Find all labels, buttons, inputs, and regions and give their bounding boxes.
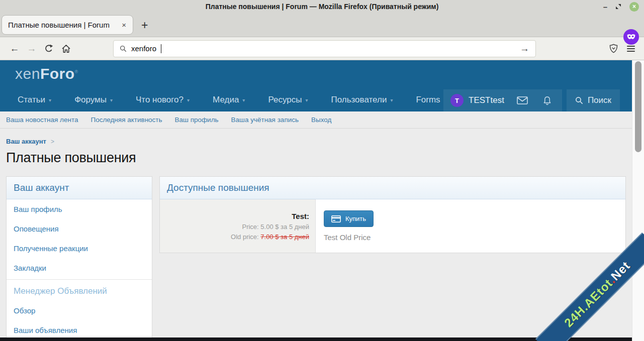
sidebar-item-alerts[interactable]: Оповещения [7,219,152,239]
private-mask-icon [626,34,636,40]
account-sidebar: Ваш аккаунт Ваш профиль Оповещения Получ… [6,176,152,341]
footer-dark-bar [0,337,632,341]
maximize-icon [615,4,621,10]
subnav-your-profile[interactable]: Ваш профиль [175,116,219,124]
chevron-down-icon: ▾ [110,97,113,103]
subnav-latest-activity[interactable]: Последняя активность [90,116,162,124]
chevron-down-icon: ▾ [49,97,51,103]
xenforo-logo[interactable]: xenForo® [15,65,78,82]
window-titlebar: Платные повышения | Forum — Mozilla Fire… [0,0,644,13]
shield-icon[interactable] [609,44,618,53]
nav-item-whats-new[interactable]: Что нового?▾ [136,95,190,105]
search-icon [575,96,583,104]
upgrade-name: Test: [292,212,309,220]
breadcrumb: Ваш аккаунт > [6,138,626,145]
forum-subnav: Ваша новостная лента Последняя активност… [0,111,632,129]
menu-button[interactable] [627,46,635,52]
upgrade-old-price: Old price: 7.00 $ за 5 дней [231,233,309,241]
forward-button[interactable]: → [23,41,40,57]
go-arrow-button[interactable]: → [520,43,529,54]
panel-title: Доступные повышения [160,177,625,199]
available-upgrades-panel: Доступные повышения Test: Price: 5.00 $ … [159,176,626,253]
inbox-button[interactable] [509,89,535,111]
search-label: Поиск [588,95,611,105]
logo-mark: ® [75,69,78,74]
buy-button-label: Купить [345,215,366,222]
subnav-logout[interactable]: Выход [311,116,331,124]
reload-button[interactable] [40,41,57,57]
reload-icon [44,44,53,53]
chevron-down-icon: ▾ [390,97,393,103]
buy-button[interactable]: Купить [324,210,374,227]
scrollbar-thumb[interactable] [635,61,641,152]
chevron-down-icon: ▾ [187,97,190,103]
tab-close-icon[interactable]: × [120,21,128,29]
upgrade-price: Price: 5.00 $ за 5 дней [242,223,309,231]
nav-item-forms[interactable]: Forms [416,95,440,105]
breadcrumb-chevron-icon: > [51,138,54,145]
browser-tab[interactable]: Платные повышения | Forum × [2,15,133,35]
old-price-strikethrough: 7.00 $ за 5 дней [260,233,309,241]
avatar[interactable]: T [450,94,464,107]
chevron-down-icon: ▾ [305,97,308,103]
browser-toolbar: ← → xenforo → [0,37,644,60]
header-account-area: T TESTtest [443,89,620,111]
nav-item-forums[interactable]: Форумы▾ [74,95,113,105]
close-button[interactable]: × [629,2,639,12]
nav-item-articles[interactable]: Статьи▾ [18,95,51,105]
new-tab-button[interactable]: + [141,20,148,31]
content-columns: Ваш аккаунт Ваш профиль Оповещения Получ… [6,176,626,341]
page-body: Ваш аккаунт > Платные повышения Ваш акка… [0,129,632,341]
sidebar-title: Ваш аккаунт [7,177,152,199]
url-bar[interactable]: xenforo → [113,40,536,57]
upgrade-purchase-cell: Купить Test Old Price [316,199,625,253]
alerts-button[interactable] [535,89,559,111]
forum-header: xenForo® Статьи▾ Форумы▾ Что нового?▾ Ме… [0,60,632,111]
forum-nav: Статьи▾ Форумы▾ Что нового?▾ Медиа▾ Ресу… [0,88,440,111]
tab-strip: Платные повышения | Forum × + [0,13,644,37]
sidebar-item-bookmarks[interactable]: Закладки [7,258,152,278]
subnav-news-feed[interactable]: Ваша новостная лента [6,116,78,124]
page-title: Платные повышения [6,150,626,166]
sidebar-item-overview[interactable]: Обзор [7,301,152,320]
envelope-icon [517,96,528,104]
toolbar-right [609,44,638,53]
scrollbar-track [632,60,644,341]
maximize-button[interactable] [615,4,621,10]
back-button[interactable]: ← [6,41,23,57]
home-icon [61,44,71,53]
private-browsing-badge [623,29,639,45]
page-viewport: xenForo® Статьи▾ Форумы▾ Что нового?▾ Ме… [0,60,644,341]
upgrade-cost-cell: Test: Price: 5.00 $ за 5 дней Old price:… [160,199,316,253]
user-menu[interactable]: T TESTtest [443,89,562,111]
subnav-your-account[interactable]: Ваша учётная запись [231,116,299,124]
username: TESTtest [469,95,504,105]
sidebar-section-ads-manager: Менеджер Объявлений [7,280,152,301]
sidebar-item-your-profile[interactable]: Ваш профиль [7,199,152,219]
nav-item-media[interactable]: Медиа▾ [213,95,245,105]
home-button[interactable] [57,41,74,57]
window-controls: – × [603,0,639,13]
bell-icon [543,96,551,105]
search-button[interactable]: Поиск [567,89,620,111]
search-icon [120,45,127,52]
window-title: Платные повышения | Forum — Mozilla Fire… [206,3,439,11]
nav-item-resources[interactable]: Ресурсы▾ [268,95,308,105]
url-input-value[interactable]: xenforo [131,44,156,53]
text-caret [161,44,161,53]
minimize-button[interactable]: – [603,3,607,11]
tab-title: Платные повышения | Forum [8,21,116,29]
credit-card-icon [331,215,341,222]
chevron-down-icon: ▾ [242,97,245,103]
sidebar-item-reactions-received[interactable]: Полученные реакции [7,239,152,258]
upgrade-row: Test: Price: 5.00 $ за 5 дней Old price:… [160,199,625,253]
breadcrumb-your-account[interactable]: Ваш аккаунт [6,138,46,145]
nav-item-members[interactable]: Пользователи▾ [331,95,393,105]
upgrade-description: Test Old Price [324,233,617,242]
